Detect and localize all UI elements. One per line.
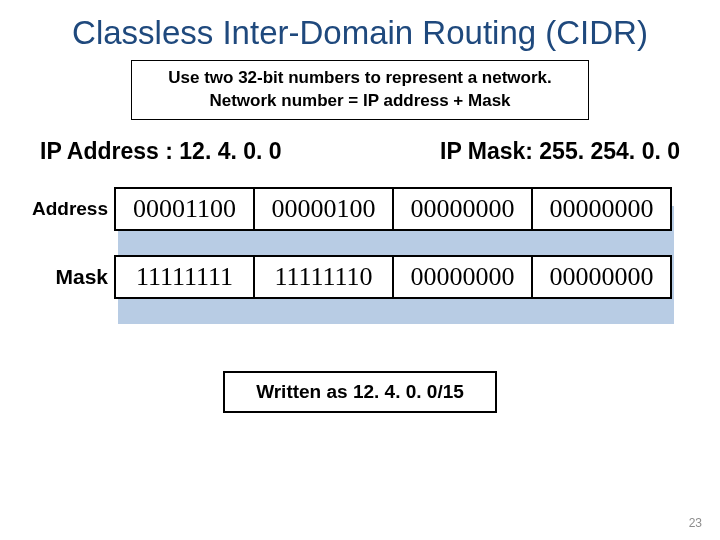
- mask-octet: 11111111: [114, 255, 255, 299]
- subtitle-line1: Use two 32-bit numbers to represent a ne…: [140, 67, 580, 90]
- address-row: Address 00001100 00000100 00000000 00000…: [14, 187, 720, 231]
- mask-row-label: Mask: [14, 265, 108, 289]
- ip-summary-line: IP Address : 12. 4. 0. 0 IP Mask: 255. 2…: [40, 138, 680, 165]
- mask-octet: 00000000: [533, 255, 672, 299]
- ip-address-label: IP Address : 12. 4. 0. 0: [40, 138, 282, 165]
- written-as-box: Written as 12. 4. 0. 0/15: [223, 371, 497, 413]
- subtitle-box: Use two 32-bit numbers to represent a ne…: [131, 60, 589, 120]
- ip-mask-label: IP Mask: 255. 254. 0. 0: [440, 138, 680, 165]
- address-octet: 00000000: [394, 187, 533, 231]
- mask-octet: 11111110: [255, 255, 394, 299]
- address-octet: 00000100: [255, 187, 394, 231]
- mask-row: Mask 11111111 11111110 00000000 00000000: [14, 255, 720, 299]
- address-octet: 00001100: [114, 187, 255, 231]
- mask-octet: 00000000: [394, 255, 533, 299]
- page-title: Classless Inter-Domain Routing (CIDR): [0, 0, 720, 60]
- address-octet: 00000000: [533, 187, 672, 231]
- page-number: 23: [689, 516, 702, 530]
- subtitle-line2: Network number = IP address + Mask: [140, 90, 580, 113]
- address-row-label: Address: [14, 198, 108, 220]
